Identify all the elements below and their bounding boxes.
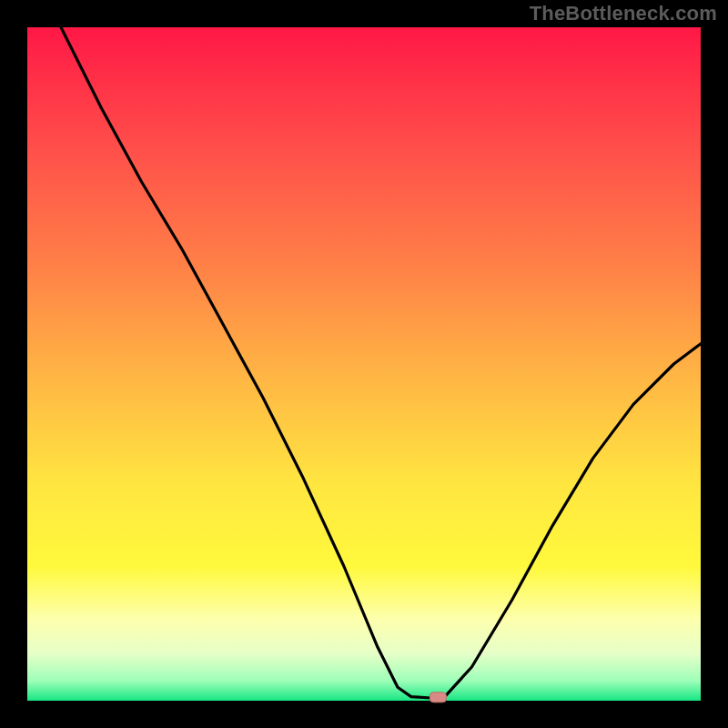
minimum-marker: [430, 693, 446, 703]
chart-svg: [0, 0, 728, 728]
plot-gradient-background: [27, 27, 701, 701]
watermark-text: TheBottleneck.com: [530, 2, 717, 25]
bottleneck-chart: TheBottleneck.com: [0, 0, 728, 728]
